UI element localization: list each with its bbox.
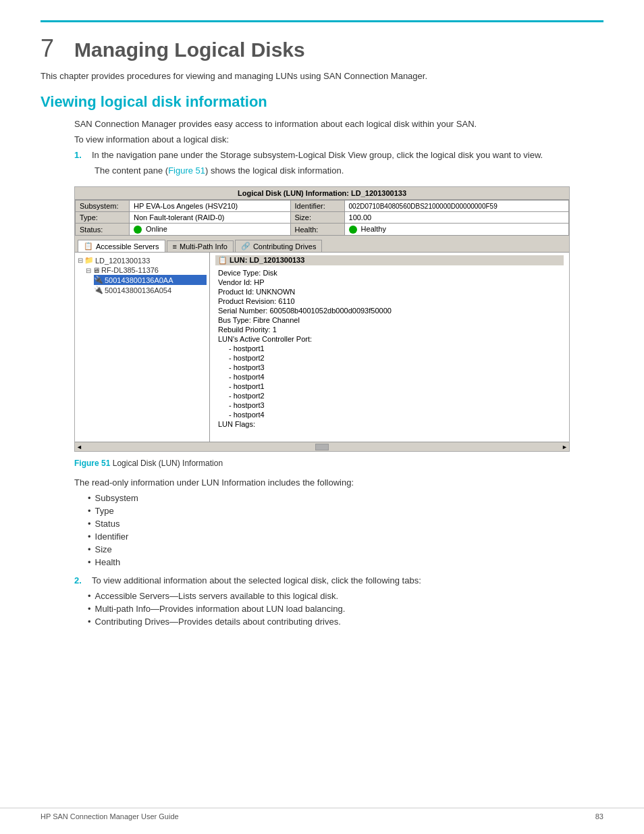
- page-container: 7 Managing Logical Disks This chapter pr…: [0, 0, 644, 673]
- figure-label: Figure 51: [74, 459, 110, 468]
- figure-caption: Figure 51 Logical Disk (LUN) Information: [74, 459, 570, 468]
- tab-accessible-servers-label: Accessible Servers: [96, 242, 159, 251]
- detail-rebuild: Rebuild Priority: 1: [215, 325, 564, 334]
- size-label: Size:: [290, 212, 344, 224]
- tree-item-server[interactable]: ⊟ 🖥 RF-DL385-11376: [86, 265, 207, 275]
- tab-multi-path-label: Multi-Path Info: [180, 242, 227, 251]
- tree-expand-icon: ⊟: [78, 257, 83, 264]
- win-titlebar: Logical Disk (LUN) Information: LD_12013…: [75, 187, 569, 200]
- step-2-text: To view additional information about the…: [92, 575, 603, 585]
- detail-hostport1a: - hostport1: [215, 344, 564, 353]
- figure-caption-text: Logical Disk (LUN) Information: [113, 459, 223, 468]
- tabs-area: 📋 Accessible Servers ≡ Multi-Path Info 🔗…: [75, 237, 569, 253]
- scroll-left-arrow[interactable]: ◄: [76, 444, 82, 450]
- detail-hostport3a: - hostport3: [215, 363, 564, 372]
- tab-multi-path-info[interactable]: ≡ Multi-Path Info: [167, 240, 234, 252]
- scroll-thumb[interactable]: [315, 444, 329, 450]
- step-1: 1. In the navigation pane under the Stor…: [74, 150, 603, 160]
- detail-title-icon: 📋: [218, 256, 227, 264]
- chapter-title: Managing Logical Disks: [74, 38, 305, 61]
- bullet-status: • Status: [88, 519, 603, 529]
- detail-device-type: Device Type: Disk: [215, 268, 564, 278]
- tree-item-server-label: RF-DL385-11376: [101, 266, 159, 274]
- accessible-servers-tab-icon: 📋: [84, 242, 93, 251]
- footer-left: HP SAN Connection Manager User Guide: [41, 812, 179, 820]
- bullet-subsystem-text: Subsystem: [95, 493, 138, 503]
- chapter-heading: 7 Managing Logical Disks: [41, 34, 603, 63]
- tab-accessible-servers[interactable]: 📋 Accessible Servers: [78, 240, 165, 252]
- tree-item-ld[interactable]: ⊟ 📁 LD_1201300133: [78, 255, 207, 265]
- bullet-type: • Type: [88, 506, 603, 516]
- bullet-multipath: • Multi-path Info—Provides information a…: [88, 604, 603, 614]
- bullet-identifier: • Identifier: [88, 531, 603, 542]
- tree-folder-icon: 📁: [84, 256, 94, 265]
- footer-right: 83: [595, 812, 603, 820]
- chapter-intro: This chapter provides procedures for vie…: [41, 71, 603, 81]
- tab-contributing-drives[interactable]: 🔗 Contributing Drives: [235, 240, 323, 252]
- step-1-number: 1.: [74, 150, 86, 160]
- bullet-size-text: Size: [95, 544, 112, 554]
- size-value: 100.00: [344, 212, 568, 224]
- health-value: Healthy: [344, 224, 568, 236]
- step-2: 2. To view additional information about …: [74, 575, 603, 585]
- figure-ref: Figure 51: [168, 165, 205, 176]
- detail-lun-flags: LUN Flags:: [215, 419, 564, 429]
- status-online-icon: [134, 226, 142, 234]
- detail-product-rev: Product Revision: 6110: [215, 296, 564, 306]
- hscroll-bar[interactable]: ◄ ►: [75, 442, 569, 451]
- tree-port1-icon: 🔌: [94, 276, 103, 284]
- bullet-list-1: • Subsystem • Type • Status • Identifier…: [88, 493, 603, 567]
- detail-product-id: Product Id: UNKNOWN: [215, 287, 564, 296]
- bullet-health: • Health: [88, 557, 603, 567]
- chapter-number: 7: [41, 34, 61, 63]
- tree-item-port1[interactable]: 🔌 500143800136A0AA: [94, 275, 207, 285]
- bullet-multipath-text: Multi-path Info—Provides information abo…: [95, 604, 346, 614]
- tree-server-icon: 🖥: [92, 266, 100, 274]
- info-table: Subsystem: HP EVA-Los Angeles (HSV210) I…: [75, 200, 569, 236]
- screenshot-box: Logical Disk (LUN) Information: LD_12013…: [74, 186, 570, 452]
- tab-contributing-drives-label: Contributing Drives: [253, 242, 317, 251]
- bullet-health-text: Health: [95, 557, 121, 567]
- health-indicator-icon: [349, 226, 357, 234]
- bullet-accessible-servers-text: Accessible Servers—Lists servers availab…: [95, 591, 339, 601]
- detail-hostport4a: - hostport4: [215, 372, 564, 382]
- tree-pane: ⊟ 📁 LD_1201300133 ⊟ 🖥 RF-DL385-11376 🔌 5…: [75, 253, 210, 442]
- detail-pane: 📋 LUN: LD_1201300133 Device Type: Disk V…: [210, 253, 569, 442]
- step-2-number: 2.: [74, 575, 86, 585]
- identifier-label: Identifier:: [290, 201, 344, 212]
- section-heading: Viewing logical disk information: [41, 93, 603, 111]
- detail-bus-type: Bus Type: Fibre Channel: [215, 315, 564, 325]
- bullet-contributing-drives-text: Contributing Drives—Provides details abo…: [95, 617, 341, 627]
- status-value: Online: [130, 224, 291, 236]
- bullet-contributing-drives: • Contributing Drives—Provides details a…: [88, 617, 603, 627]
- type-value: Non Fault-tolerant (RAID-0): [130, 212, 291, 224]
- detail-serial: Serial Number: 600508b4001052db000d0093f…: [215, 306, 564, 315]
- tree-port2-icon: 🔌: [94, 286, 103, 294]
- subsystem-label: Subsystem:: [76, 201, 130, 212]
- status-label: Status:: [76, 224, 130, 236]
- detail-vendor-id: Vendor Id: HP: [215, 278, 564, 287]
- scroll-right-arrow[interactable]: ►: [562, 444, 568, 450]
- contributing-drives-tab-icon: 🔗: [241, 242, 250, 251]
- bullet-identifier-text: Identifier: [95, 531, 129, 542]
- bullet-type-text: Type: [95, 506, 114, 516]
- type-label: Type:: [76, 212, 130, 224]
- tree-item-port2[interactable]: 🔌 500143800136A054: [94, 285, 207, 295]
- step-1-subtext: The content pane (Figure 51) shows the l…: [95, 165, 603, 176]
- detail-active-port: LUN's Active Controller Port:: [215, 334, 564, 344]
- content-pane: ⊟ 📁 LD_1201300133 ⊟ 🖥 RF-DL385-11376 🔌 5…: [75, 253, 569, 442]
- detail-title: 📋 LUN: LD_1201300133: [215, 255, 564, 265]
- body-text-1: SAN Connection Manager provides easy acc…: [74, 119, 603, 129]
- detail-hostport2a: - hostport2: [215, 353, 564, 363]
- tree-item-port2-label: 500143800136A054: [105, 286, 171, 294]
- bullet-status-text: Status: [95, 519, 120, 529]
- health-label: Health:: [290, 224, 344, 236]
- tree-item-ld-label: LD_1201300133: [95, 257, 150, 265]
- detail-hostport4b: - hostport4: [215, 410, 564, 419]
- step-1-text: In the navigation pane under the Storage…: [92, 150, 603, 160]
- identifier-value: 002D0710B4080560DBS2100000D00000000F59: [344, 201, 568, 212]
- page-footer: HP SAN Connection Manager User Guide 83: [0, 808, 644, 820]
- bullet-list-2: • Accessible Servers—Lists servers avail…: [88, 591, 603, 627]
- detail-hostport1b: - hostport1: [215, 382, 564, 391]
- bullet-accessible-servers: • Accessible Servers—Lists servers avail…: [88, 591, 603, 601]
